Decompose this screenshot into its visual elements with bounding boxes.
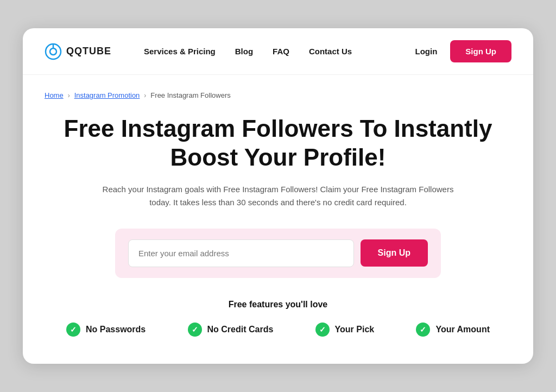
breadcrumb-instagram-promotion[interactable]: Instagram Promotion xyxy=(74,91,140,99)
nav-blog[interactable]: Blog xyxy=(235,47,253,56)
logo-icon xyxy=(45,43,62,60)
nav-services[interactable]: Services & Pricing xyxy=(144,47,216,56)
signup-button-form[interactable]: Sign Up xyxy=(361,239,428,267)
email-form-wrapper: Sign Up xyxy=(115,229,441,278)
feature-label-your-pick: Your Pick xyxy=(335,325,375,334)
nav-right: Login Sign Up xyxy=(415,40,512,62)
features-heading: Free features you'll love xyxy=(229,300,328,309)
nav-links: Services & Pricing Blog FAQ Contact Us xyxy=(144,47,352,56)
hero-subtitle: Reach your Instagram goals with Free Ins… xyxy=(93,183,463,209)
feature-label-your-amount: Your Amount xyxy=(435,325,490,334)
feature-label-no-credit-cards: No Credit Cards xyxy=(207,325,274,334)
feature-your-pick: Your Pick xyxy=(315,323,375,337)
features-list: No Passwords No Credit Cards Your Pick Y… xyxy=(66,323,490,337)
check-icon-no-credit-cards xyxy=(188,323,202,337)
logo-text: QQTUBE xyxy=(66,46,111,57)
nav-contact[interactable]: Contact Us xyxy=(309,47,352,56)
breadcrumb-sep-2: › xyxy=(144,92,146,99)
check-icon-your-amount xyxy=(416,323,430,337)
hero-title: Free Instagram Followers To Instantly Bo… xyxy=(55,115,501,172)
feature-label-no-passwords: No Passwords xyxy=(86,325,146,334)
main-card: QQTUBE Services & Pricing Blog FAQ Conta… xyxy=(23,28,533,364)
login-button[interactable]: Login xyxy=(415,47,438,56)
breadcrumb-home[interactable]: Home xyxy=(45,91,64,99)
feature-your-amount: Your Amount xyxy=(416,323,490,337)
signup-button-nav[interactable]: Sign Up xyxy=(450,40,511,62)
check-icon-no-passwords xyxy=(66,323,80,337)
main-content: Home › Instagram Promotion › Free Instag… xyxy=(23,75,533,364)
feature-no-passwords: No Passwords xyxy=(66,323,146,337)
breadcrumb-current: Free Instagram Followers xyxy=(150,91,230,99)
navbar: QQTUBE Services & Pricing Blog FAQ Conta… xyxy=(23,28,533,75)
logo-area: QQTUBE xyxy=(45,43,111,60)
check-icon-your-pick xyxy=(315,323,330,337)
email-input[interactable] xyxy=(128,239,354,267)
breadcrumb: Home › Instagram Promotion › Free Instag… xyxy=(45,91,231,99)
nav-faq[interactable]: FAQ xyxy=(273,47,289,56)
feature-no-credit-cards: No Credit Cards xyxy=(188,323,274,337)
breadcrumb-sep-1: › xyxy=(68,92,70,99)
outer-wrapper: QQTUBE Services & Pricing Blog FAQ Conta… xyxy=(0,0,556,392)
svg-point-1 xyxy=(50,48,56,55)
